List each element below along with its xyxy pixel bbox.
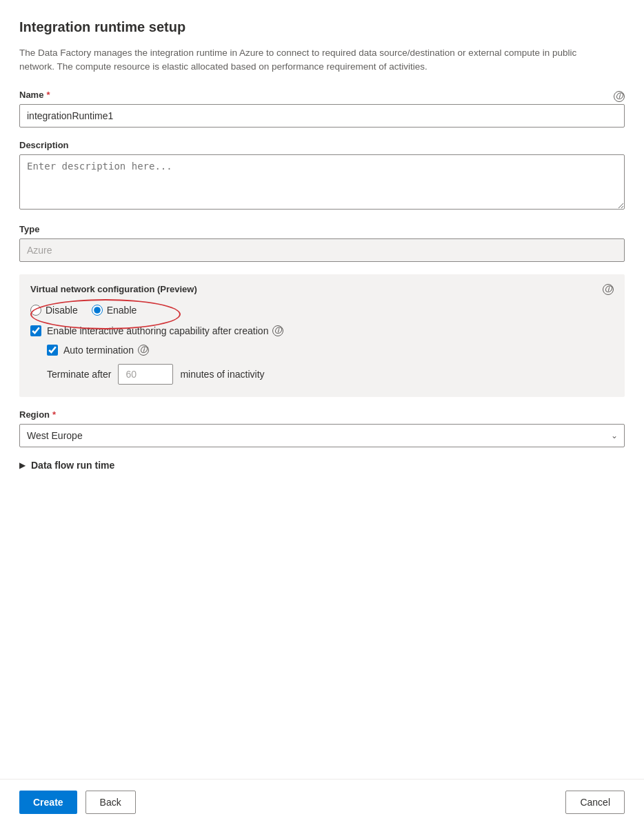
interactive-authoring-row: Enable interactive authoring capability … xyxy=(30,325,614,336)
type-input xyxy=(19,238,625,262)
auto-termination-label: Auto termination ⓘ xyxy=(63,345,149,356)
region-required-star: * xyxy=(52,409,56,420)
vnc-disable-label: Disable xyxy=(46,305,78,316)
name-required-star: * xyxy=(46,90,50,100)
vnc-disable-radio-label[interactable]: Disable xyxy=(30,305,78,316)
interactive-authoring-label: Enable interactive authoring capability … xyxy=(47,325,283,336)
cancel-button[interactable]: Cancel xyxy=(565,791,625,814)
vnc-disable-radio[interactable] xyxy=(30,305,41,316)
vnc-section: Virtual network configuration (Preview) … xyxy=(19,274,625,397)
auto-termination-checkbox[interactable] xyxy=(47,345,58,356)
terminate-input[interactable] xyxy=(118,364,173,385)
region-select[interactable]: West Europe East US North Europe Southea… xyxy=(19,424,625,447)
vnc-enable-label: Enable xyxy=(107,305,137,316)
name-info-icon[interactable]: ⓘ xyxy=(614,91,625,102)
vnc-options: Enable interactive authoring capability … xyxy=(30,325,614,385)
data-flow-expand-icon: ▶ xyxy=(19,460,26,470)
interactive-authoring-info-icon[interactable]: ⓘ xyxy=(272,325,283,336)
vnc-enable-radio-label[interactable]: Enable xyxy=(92,305,137,316)
vnc-info-icon[interactable]: ⓘ xyxy=(603,284,614,295)
terminate-row: Terminate after minutes of inactivity xyxy=(47,364,614,385)
region-select-wrapper: West Europe East US North Europe Southea… xyxy=(19,424,625,447)
description-input[interactable] xyxy=(19,154,625,210)
terminate-prefix: Terminate after xyxy=(47,369,111,380)
page-title: Integration runtime setup xyxy=(19,19,625,35)
auto-termination-info-icon[interactable]: ⓘ xyxy=(138,345,149,356)
name-input[interactable] xyxy=(19,104,625,128)
auto-termination-row: Auto termination ⓘ xyxy=(47,345,614,356)
back-button[interactable]: Back xyxy=(85,791,136,814)
footer: Create Back Cancel xyxy=(0,779,644,825)
type-label: Type xyxy=(19,224,625,234)
vnc-title: Virtual network configuration (Preview) xyxy=(30,284,197,294)
terminate-suffix: minutes of inactivity xyxy=(180,369,264,380)
region-label: Region * xyxy=(19,409,625,420)
data-flow-row[interactable]: ▶ Data flow run time xyxy=(19,460,625,471)
vnc-enable-radio[interactable] xyxy=(92,305,103,316)
vnc-radio-group: Disable Enable xyxy=(30,305,614,316)
page-description: The Data Factory manages the integration… xyxy=(19,46,612,74)
interactive-authoring-checkbox[interactable] xyxy=(30,325,41,336)
data-flow-label: Data flow run time xyxy=(31,460,114,471)
create-button[interactable]: Create xyxy=(19,791,77,814)
description-label: Description xyxy=(19,140,625,150)
name-label: Name * xyxy=(19,90,50,100)
